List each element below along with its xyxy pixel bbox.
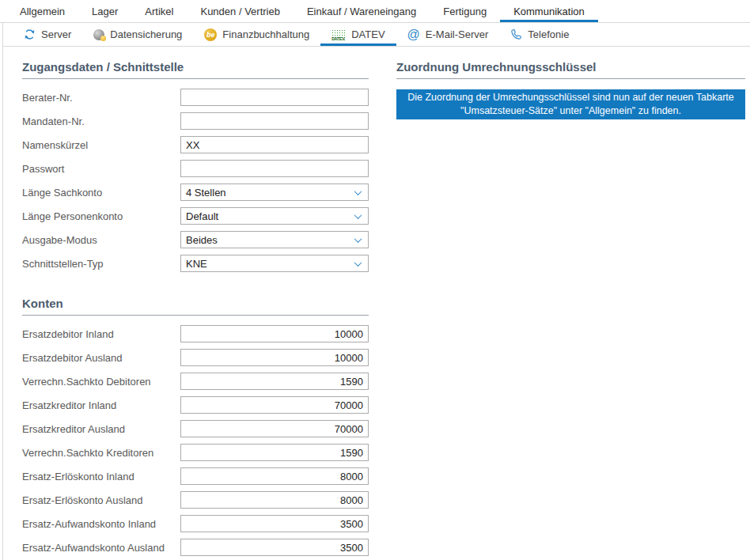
form-row-ersatz-erloeskonto-ausland: Ersatz-Erlöskonto Ausland [22, 488, 369, 512]
tab-fertigung[interactable]: Fertigung [430, 0, 500, 22]
subtab-datensicherung[interactable]: Datensicherung [82, 23, 193, 46]
chevron-down-icon [354, 235, 362, 243]
tab-artikel[interactable]: Artikel [131, 0, 187, 22]
form-row-ersatz-aufwandskonto-ausland: Ersatz-Aufwandskonto Ausland [22, 535, 369, 559]
section-title-konten: Konten [22, 296, 369, 316]
chevron-down-icon [354, 187, 362, 195]
field-label: Länge Personenkonto [22, 210, 180, 222]
passwort-input[interactable] [180, 160, 369, 177]
tab-lager[interactable]: Lager [78, 0, 131, 22]
ersatz-aufwandskonto-ausland-input[interactable] [180, 539, 369, 556]
sync-icon [24, 28, 36, 40]
field-label: Ersatz-Erlöskonto Inland [22, 471, 180, 482]
field-label: Schnittstellen-Typ [22, 258, 180, 270]
form-row-passwort: Passwort [22, 157, 369, 180]
left-column: Zugangsdaten / Schnittstelle Berater-Nr.… [22, 59, 369, 559]
field-label: Verrechn.Sachkto Kreditoren [22, 447, 180, 459]
main-tab-bar: Allgemein Lager Artikel Kunden / Vertrie… [0, 0, 750, 23]
ersatzdebitor-ausland-input[interactable] [180, 349, 369, 366]
kommunikation-panel: Server Datensicherung be Finanzbuchhaltu… [2, 23, 750, 560]
field-label: Ersatz-Aufwandskonto Inland [22, 518, 180, 530]
subtab-label: E-Mail-Server [426, 28, 488, 40]
sub-tab-bar: Server Datensicherung be Finanzbuchhaltu… [3, 23, 750, 47]
field-label: Ersatzkreditor Ausland [22, 423, 180, 435]
section-title-zuordnung: Zuordnung Umrechnungsschlüssel [396, 59, 745, 79]
ausgabe-modus-dropdown[interactable]: Beides [180, 231, 369, 248]
selected-value: Default [186, 210, 218, 222]
form-row-ausgabe-modus: Ausgabe-Modus Beides [22, 228, 369, 252]
form-row-laenge-personenkonto: Länge Personenkonto Default [22, 204, 369, 228]
namenskuerzel-input[interactable] [180, 136, 369, 153]
field-label: Ersatzdebitor Inland [22, 328, 180, 340]
subtab-label: Server [41, 28, 71, 40]
mandaten-nr-input[interactable] [180, 112, 369, 130]
datev-settings-content: Zugangsdaten / Schnittstelle Berater-Nr.… [3, 47, 750, 559]
subtab-telefonie[interactable]: Telefonie [499, 23, 580, 46]
form-row-berater-nr: Berater-Nr. [22, 85, 369, 109]
form-row-mandaten-nr: Mandaten-Nr. [22, 109, 369, 133]
right-column: Zuordnung Umrechnungsschlüssel Die Zuord… [396, 59, 745, 119]
subtab-datev[interactable]: DATEV DATEV [320, 23, 396, 46]
schnittstellen-typ-dropdown[interactable]: KNE [180, 255, 369, 272]
form-row-verrechn-sachkto-debitoren: Verrechn.Sachkto Debitoren [22, 369, 369, 393]
tab-allgemein[interactable]: Allgemein [6, 0, 78, 22]
field-label: Ausgabe-Modus [22, 234, 180, 246]
selected-value: 4 Stellen [186, 187, 226, 199]
laenge-sachkonto-dropdown[interactable]: 4 Stellen [180, 184, 369, 201]
backup-sphere-icon [93, 29, 104, 40]
tab-kommunikation[interactable]: Kommunikation [500, 0, 598, 22]
field-label: Verrechn.Sachkto Debitoren [22, 376, 180, 388]
field-label: Ersatzdebitor Ausland [22, 352, 180, 364]
field-label: Ersatz-Erlöskonto Ausland [22, 494, 180, 506]
ersatz-erloeskonto-inland-input[interactable] [180, 467, 369, 485]
form-row-ersatzdebitor-ausland: Ersatzdebitor Ausland [22, 346, 369, 369]
form-row-ersatz-erloeskonto-inland: Ersatz-Erlöskonto Inland [22, 464, 369, 488]
subtab-label: Telefonie [528, 28, 569, 40]
form-row-verrechn-sachkto-kreditoren: Verrechn.Sachkto Kreditoren [22, 441, 369, 464]
field-label: Mandaten-Nr. [22, 115, 180, 127]
berater-nr-input[interactable] [180, 89, 369, 106]
form-row-namenskuerzel: Namenskürzel [22, 133, 369, 157]
chevron-down-icon [354, 259, 362, 267]
section-title-zugangsdaten: Zugangsdaten / Schnittstelle [22, 59, 369, 79]
phone-icon [510, 28, 522, 40]
tab-kunden-vertrieb[interactable]: Kunden / Vertrieb [187, 0, 293, 22]
field-label: Ersatz-Aufwandskonto Ausland [22, 542, 180, 554]
ersatz-aufwandskonto-inland-input[interactable] [180, 515, 369, 532]
ersatzkreditor-inland-input[interactable] [180, 396, 369, 414]
subtab-label: Finanzbuchhaltung [222, 28, 309, 40]
field-label: Berater-Nr. [22, 92, 180, 104]
laenge-personenkonto-dropdown[interactable]: Default [180, 207, 369, 225]
form-row-schnittstellen-typ: Schnittstellen-Typ KNE [22, 252, 369, 275]
form-row-ersatz-aufwandskonto-inland: Ersatz-Aufwandskonto Inland [22, 512, 369, 535]
field-label: Länge Sachkonto [22, 187, 180, 199]
datev-icon: DATEV [331, 29, 346, 40]
form-row-ersatzkreditor-inland: Ersatzkreditor Inland [22, 393, 369, 417]
tab-einkauf-wareneingang[interactable]: Einkauf / Wareneingang [294, 0, 430, 22]
subtab-server[interactable]: Server [13, 23, 82, 46]
ersatzkreditor-ausland-input[interactable] [180, 420, 369, 437]
verrechn-sachkto-kreditoren-input[interactable] [180, 444, 369, 461]
subtab-label: DATEV [351, 28, 384, 40]
selected-value: Beides [186, 234, 218, 246]
form-row-laenge-sachkonto: Länge Sachkonto 4 Stellen [22, 180, 369, 204]
at-icon: @ [407, 28, 420, 41]
form-row-ersatzdebitor-inland: Ersatzdebitor Inland [22, 322, 369, 346]
verrechn-sachkto-debitoren-input[interactable] [180, 373, 369, 390]
selected-value: KNE [186, 258, 207, 270]
subtab-finanzbuchhaltung[interactable]: be Finanzbuchhaltung [193, 23, 320, 46]
chevron-down-icon [354, 211, 362, 219]
field-label: Passwort [22, 163, 180, 175]
subtab-label: Datensicherung [110, 28, 182, 40]
subtab-email-server[interactable]: @ E-Mail-Server [396, 23, 500, 46]
form-row-ersatzkreditor-ausland: Ersatzkreditor Ausland [22, 417, 369, 441]
field-label: Ersatzkreditor Inland [22, 399, 180, 411]
umrechnungsschluessel-notice: Die Zuordnung der Umrechungsschlüssel si… [396, 89, 745, 119]
ersatz-erloeskonto-ausland-input[interactable] [180, 491, 369, 509]
ersatzdebitor-inland-input[interactable] [180, 325, 369, 342]
be-badge-icon: be [204, 28, 217, 41]
field-label: Namenskürzel [22, 139, 180, 151]
